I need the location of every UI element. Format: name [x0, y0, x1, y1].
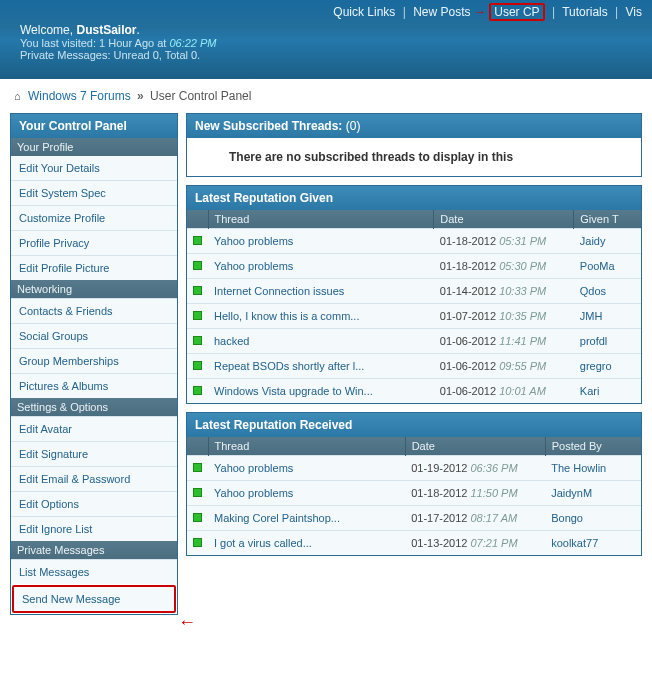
date-cell: 01-06-2012 11:41 PM	[434, 329, 574, 354]
quicklinks-link[interactable]: Quick Links	[333, 5, 395, 19]
sidebar-item[interactable]: Edit System Spec	[11, 180, 177, 205]
sidebar-item[interactable]: Edit Avatar	[11, 416, 177, 441]
sidebar-section: Your Profile	[11, 138, 177, 156]
col-header[interactable]: Date	[405, 437, 545, 456]
sidebar-item[interactable]: Edit Profile Picture	[11, 255, 177, 280]
user-link[interactable]: Kari	[580, 385, 600, 397]
user-link[interactable]: gregro	[580, 360, 612, 372]
date-cell: 01-13-2012 07:21 PM	[405, 531, 545, 556]
sidebar-item[interactable]: Pictures & Albums	[11, 373, 177, 398]
sidebar-item[interactable]: Edit Ignore List	[11, 516, 177, 541]
sidebar-section: Private Messages	[11, 541, 177, 559]
rep-given-panel: Latest Reputation Given ThreadDateGiven …	[186, 185, 642, 404]
table-row: Making Corel Paintshop...01-17-2012 08:1…	[187, 506, 641, 531]
sidebar-item[interactable]: Edit Options	[11, 491, 177, 516]
status-icon	[193, 386, 202, 395]
col-header[interactable]: Given T	[574, 210, 641, 229]
status-icon	[193, 513, 202, 522]
breadcrumb: ⌂ Windows 7 Forums » User Control Panel	[0, 79, 652, 113]
username: DustSailor	[76, 23, 136, 37]
status-icon	[193, 361, 202, 370]
date-cell: 01-18-2012 05:30 PM	[434, 254, 574, 279]
page-header: Quick Links | New Posts → User CP | Tuto…	[0, 0, 652, 79]
thread-link[interactable]: Windows Vista upgrade to Win...	[214, 385, 373, 397]
sidebar-section: Settings & Options	[11, 398, 177, 416]
status-icon	[193, 286, 202, 295]
sidebar-title: Your Control Panel	[11, 114, 177, 138]
thread-link[interactable]: Internet Connection issues	[214, 285, 344, 297]
newposts-link[interactable]: New Posts	[413, 5, 470, 19]
breadcrumb-current: User Control Panel	[150, 89, 251, 103]
status-icon	[193, 236, 202, 245]
date-cell: 01-18-2012 05:31 PM	[434, 229, 574, 254]
thread-link[interactable]: Making Corel Paintshop...	[214, 512, 340, 524]
user-link[interactable]: The Howlin	[551, 462, 606, 474]
pm-summary: Private Messages: Unread 0, Total 0.	[20, 49, 642, 61]
status-icon	[193, 311, 202, 320]
user-link[interactable]: Qdos	[580, 285, 606, 297]
subscribed-panel: New Subscribed Threads: (0) There are no…	[186, 113, 642, 177]
status-icon	[193, 488, 202, 497]
tutorials-link[interactable]: Tutorials	[562, 5, 608, 19]
breadcrumb-link[interactable]: Windows 7 Forums	[28, 89, 131, 103]
date-cell: 01-18-2012 11:50 PM	[405, 481, 545, 506]
sidebar-item[interactable]: Profile Privacy	[11, 230, 177, 255]
table-row: Repeat BSODs shortly after l...01-06-201…	[187, 354, 641, 379]
user-link[interactable]: Jaidy	[580, 235, 606, 247]
sidebar-item[interactable]: Social Groups	[11, 323, 177, 348]
sidebar-item[interactable]: Contacts & Friends	[11, 298, 177, 323]
date-cell: 01-17-2012 08:17 AM	[405, 506, 545, 531]
col-header[interactable]	[187, 437, 208, 456]
user-link[interactable]: Bongo	[551, 512, 583, 524]
thread-link[interactable]: Yahoo problems	[214, 487, 293, 499]
col-header[interactable]: Thread	[208, 437, 405, 456]
date-cell: 01-06-2012 09:55 PM	[434, 354, 574, 379]
last-visit: You last visited: 1 Hour Ago at 06:22 PM	[20, 37, 642, 49]
table-row: Windows Vista upgrade to Win...01-06-201…	[187, 379, 641, 404]
date-cell: 01-07-2012 10:35 PM	[434, 304, 574, 329]
sidebar-item[interactable]: Edit Signature	[11, 441, 177, 466]
thread-link[interactable]: Yahoo problems	[214, 260, 293, 272]
table-row: Internet Connection issues01-14-2012 10:…	[187, 279, 641, 304]
user-link[interactable]: PooMa	[580, 260, 615, 272]
sidebar-item[interactable]: Send New Message	[12, 585, 176, 613]
thread-link[interactable]: Hello, I know this is a comm...	[214, 310, 360, 322]
status-icon	[193, 463, 202, 472]
sidebar-item[interactable]: Customize Profile	[11, 205, 177, 230]
table-row: Hello, I know this is a comm...01-07-201…	[187, 304, 641, 329]
thread-link[interactable]: hacked	[214, 335, 249, 347]
table-row: Yahoo problems01-18-2012 05:30 PMPooMa	[187, 254, 641, 279]
col-header[interactable]: Date	[434, 210, 574, 229]
date-cell: 01-06-2012 10:01 AM	[434, 379, 574, 404]
table-row: Yahoo problems01-18-2012 05:31 PMJaidy	[187, 229, 641, 254]
usercp-link[interactable]: User CP	[489, 3, 544, 21]
col-header[interactable]	[187, 210, 208, 229]
sidebar-item[interactable]: Edit Your Details	[11, 156, 177, 180]
sidebar-item[interactable]: Group Memberships	[11, 348, 177, 373]
rep-recv-table: ThreadDatePosted By Yahoo problems01-19-…	[187, 437, 641, 555]
user-link[interactable]: koolkat77	[551, 537, 598, 549]
welcome-text: Welcome, DustSailor.	[20, 23, 642, 37]
sidebar-item[interactable]: Edit Email & Password	[11, 466, 177, 491]
status-icon	[193, 538, 202, 547]
date-cell: 01-14-2012 10:33 PM	[434, 279, 574, 304]
thread-link[interactable]: Yahoo problems	[214, 235, 293, 247]
thread-link[interactable]: Repeat BSODs shortly after l...	[214, 360, 364, 372]
user-link[interactable]: JMH	[580, 310, 603, 322]
col-header[interactable]: Thread	[208, 210, 434, 229]
table-row: hacked01-06-2012 11:41 PMprofdl	[187, 329, 641, 354]
subscribed-empty: There are no subscribed threads to displ…	[187, 138, 641, 176]
sidebar-section: Networking	[11, 280, 177, 298]
thread-link[interactable]: I got a virus called...	[214, 537, 312, 549]
home-icon[interactable]: ⌂	[14, 90, 21, 102]
arrow-icon: ←	[178, 612, 196, 633]
thread-link[interactable]: Yahoo problems	[214, 462, 293, 474]
user-link[interactable]: JaidynM	[551, 487, 592, 499]
user-link[interactable]: profdl	[580, 335, 608, 347]
quick-links-bar: Quick Links | New Posts → User CP | Tuto…	[10, 5, 642, 19]
sidebar-item[interactable]: List Messages	[11, 559, 177, 584]
col-header[interactable]: Posted By	[545, 437, 641, 456]
table-row: Yahoo problems01-18-2012 11:50 PMJaidynM	[187, 481, 641, 506]
rep-recv-panel: Latest Reputation Received ThreadDatePos…	[186, 412, 642, 556]
vista-link[interactable]: Vis	[626, 5, 642, 19]
